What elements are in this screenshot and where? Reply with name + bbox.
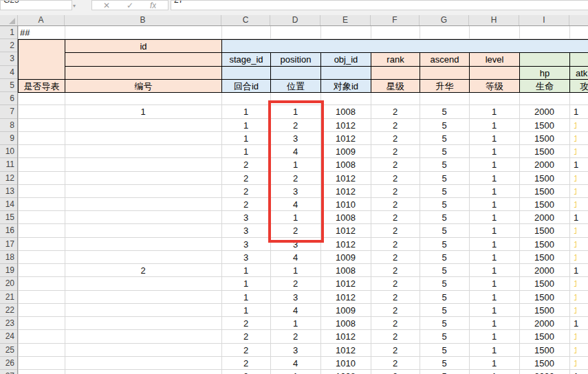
cell-F13[interactable]: 2 [371, 185, 420, 198]
cell-C4[interactable] [221, 66, 271, 80]
row-header-12[interactable]: 12 [0, 172, 14, 185]
cell-I27[interactable]: 2000 [519, 370, 569, 374]
cell-C15[interactable]: 3 [221, 211, 270, 224]
cell-E5[interactable]: 对象id [320, 79, 371, 93]
cell-I4[interactable]: hp [519, 66, 570, 80]
cell-J12[interactable]: 1 [574, 172, 576, 185]
cell-E13[interactable]: 1012 [320, 185, 371, 198]
cell-E15[interactable]: 1008 [320, 211, 371, 224]
cell-I9[interactable]: 1500 [519, 132, 569, 145]
cell-H17[interactable]: 1 [469, 238, 519, 251]
cell-G10[interactable]: 5 [420, 145, 469, 158]
row-header-4[interactable]: 4 [0, 66, 14, 79]
row-header-10[interactable]: 10 [0, 145, 14, 158]
row-header-19[interactable]: 19 [0, 264, 14, 277]
cell-C9[interactable]: 1 [221, 132, 270, 145]
cell-G13[interactable]: 5 [420, 185, 469, 198]
cell-C26[interactable]: 2 [221, 357, 270, 370]
cell-D7[interactable]: 1 [270, 105, 320, 118]
cell-J24[interactable]: 1 [574, 330, 576, 343]
cell-F21[interactable]: 2 [371, 291, 420, 304]
cell-F10[interactable]: 2 [371, 145, 420, 158]
cell-F22[interactable]: 2 [371, 304, 420, 317]
formula-input[interactable]: 27 [171, 0, 588, 10]
cell-C11[interactable]: 2 [221, 158, 270, 171]
row-header-14[interactable]: 14 [0, 198, 14, 211]
cell-H20[interactable]: 1 [469, 277, 519, 290]
cell-G8[interactable]: 5 [420, 119, 469, 132]
cell-H4[interactable] [469, 66, 520, 80]
cell-D24[interactable]: 2 [270, 330, 320, 343]
cell-E22[interactable]: 1009 [320, 304, 371, 317]
cell-D19[interactable]: 1 [270, 264, 320, 277]
cell-D14[interactable]: 4 [270, 198, 320, 211]
cell-J27[interactable]: 1 [574, 370, 587, 374]
cell-D17[interactable]: 3 [270, 238, 320, 251]
row-header-2[interactable]: 2 [0, 39, 14, 52]
cell-J14[interactable]: 1 [574, 198, 576, 211]
cell-C20[interactable]: 1 [221, 277, 270, 290]
cell-C7[interactable]: 1 [221, 105, 270, 118]
cell-I20[interactable]: 1500 [519, 277, 569, 290]
cell-J15[interactable]: 1 [574, 211, 587, 224]
row-header-8[interactable]: 8 [0, 119, 14, 132]
cell-H19[interactable]: 1 [469, 264, 519, 277]
cell-B5[interactable]: 编号 [65, 79, 222, 93]
cell-D22[interactable]: 4 [270, 304, 320, 317]
cell-F17[interactable]: 2 [371, 238, 420, 251]
cell-I5[interactable]: 生命 [519, 79, 570, 93]
cell-J4[interactable]: atk [569, 66, 588, 80]
cell-G9[interactable]: 5 [420, 132, 469, 145]
cell-F24[interactable]: 2 [371, 330, 420, 343]
cell-G17[interactable]: 5 [420, 238, 469, 251]
cell-H7[interactable]: 1 [469, 105, 519, 118]
cell-J13[interactable]: 1 [574, 185, 576, 198]
cell-E16[interactable]: 1012 [320, 224, 371, 237]
cell-E4[interactable] [320, 66, 371, 80]
cell-D8[interactable]: 2 [270, 119, 320, 132]
cell-G24[interactable]: 5 [420, 330, 469, 343]
cell-D3[interactable]: position [270, 52, 321, 66]
row-header-27[interactable]: 27 [0, 370, 14, 374]
cell-E26[interactable]: 1010 [320, 357, 371, 370]
cell-I17[interactable]: 1500 [519, 238, 569, 251]
column-header-I[interactable]: I [519, 15, 569, 25]
cell-H15[interactable]: 1 [469, 211, 519, 224]
cell-C17[interactable]: 3 [221, 238, 270, 251]
cell-J7[interactable]: 1 [574, 105, 587, 118]
row-header-24[interactable]: 24 [0, 330, 14, 343]
cell-F4[interactable] [371, 66, 420, 80]
cell-G15[interactable]: 5 [420, 211, 469, 224]
cell-I15[interactable]: 2000 [519, 211, 569, 224]
cell-H5[interactable]: 等级 [469, 79, 520, 93]
cell-C24[interactable]: 2 [221, 330, 270, 343]
cell-D27[interactable]: 1 [270, 370, 320, 374]
cell-J11[interactable]: 1 [574, 158, 587, 171]
cell-I10[interactable]: 1500 [519, 145, 569, 158]
cell-E3[interactable]: obj_id [320, 52, 371, 66]
cell-I16[interactable]: 1500 [519, 224, 569, 237]
cell-F15[interactable]: 2 [371, 211, 420, 224]
cell-B7[interactable]: 1 [65, 105, 221, 118]
cell-D26[interactable]: 4 [270, 357, 320, 370]
cell-E24[interactable]: 1012 [320, 330, 371, 343]
cell-A1[interactable]: ## [20, 26, 61, 39]
cell-H8[interactable]: 1 [469, 119, 519, 132]
cell-D25[interactable]: 3 [270, 344, 320, 357]
cell-H18[interactable]: 1 [469, 251, 519, 264]
cell-E12[interactable]: 1012 [320, 172, 371, 185]
cell-G20[interactable]: 5 [420, 277, 469, 290]
cell-D18[interactable]: 4 [270, 251, 320, 264]
cancel-icon[interactable]: ✕ [103, 1, 110, 10]
cell-D16[interactable]: 2 [270, 224, 320, 237]
cell-J3[interactable] [569, 52, 588, 66]
cell-C19[interactable]: 1 [221, 264, 270, 277]
cell-C21[interactable]: 1 [221, 291, 270, 304]
cell-G16[interactable]: 5 [420, 224, 469, 237]
cell-G26[interactable]: 5 [420, 357, 469, 370]
cell-E8[interactable]: 1012 [320, 119, 371, 132]
row-header-26[interactable]: 26 [0, 357, 14, 370]
cell-E27[interactable]: 1008 [320, 370, 371, 374]
cell-D20[interactable]: 2 [270, 277, 320, 290]
name-box[interactable]: G25 [0, 0, 72, 10]
